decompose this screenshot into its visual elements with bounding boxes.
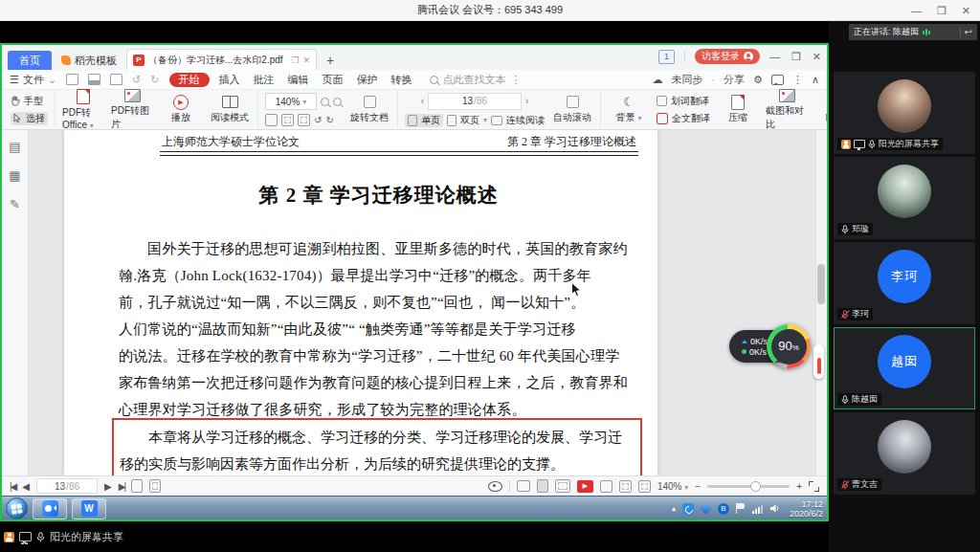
menu-start[interactable]: 开始: [169, 73, 210, 87]
wps-close-button[interactable]: ✕: [813, 51, 821, 63]
full-translate-button[interactable]: 全文翻译: [657, 112, 710, 125]
comment-bubble-icon[interactable]: [771, 75, 784, 85]
minimize-button[interactable]: —: [911, 5, 922, 16]
guest-login-button[interactable]: 访客登录: [695, 49, 760, 64]
scrollbar-thumb[interactable]: [817, 264, 825, 304]
open-icon[interactable]: [66, 74, 78, 85]
read-aloud-button[interactable]: 朗读: [814, 95, 829, 124]
screenshot-compare-button[interactable]: 截图和对比: [766, 88, 808, 131]
fit-page-icon[interactable]: [265, 114, 278, 126]
new-tab-button[interactable]: +: [326, 54, 334, 67]
taskbar-tencent-meeting[interactable]: [33, 498, 67, 519]
video-tutorial-button[interactable]: ▶: [577, 480, 593, 493]
menu-insert[interactable]: 插入: [219, 73, 240, 87]
continuous-read-button[interactable]: 连续阅读: [491, 114, 545, 127]
menu-edit[interactable]: 编辑: [288, 73, 309, 87]
wps-restore-button[interactable]: ❐: [791, 51, 801, 63]
zoom-in-button[interactable]: +: [796, 481, 802, 492]
memory-usage-ball[interactable]: 90%: [767, 324, 811, 368]
file-menu[interactable]: ☰ 文件 ⌄: [10, 73, 56, 87]
fullscreen-icon[interactable]: [809, 481, 819, 492]
save-icon[interactable]: [88, 74, 100, 85]
start-button[interactable]: [6, 497, 28, 519]
zoom-input[interactable]: 140% ▾: [265, 93, 317, 110]
tab-home[interactable]: 首页: [8, 51, 52, 70]
print-icon[interactable]: [110, 74, 122, 85]
compress-button[interactable]: 压缩: [717, 95, 759, 124]
fit-width-icon[interactable]: [281, 114, 294, 126]
fit-page-icon[interactable]: [619, 480, 632, 493]
bookmark-icon[interactable]: [149, 479, 161, 493]
tray-expand-icon[interactable]: ▴: [672, 504, 676, 513]
continuous-view-icon[interactable]: [517, 480, 530, 492]
participant-tile[interactable]: 曹文吉: [834, 412, 975, 495]
security-shield-icon[interactable]: [701, 503, 711, 515]
statusbar-page-input[interactable]: 13 /86: [36, 478, 98, 494]
participant-tile[interactable]: 李珂 李珂: [834, 242, 975, 324]
next-page-icon[interactable]: ›: [525, 96, 528, 106]
hand-tool[interactable]: 手型: [11, 95, 48, 108]
tray-app-icon[interactable]: [682, 503, 694, 515]
last-page-icon[interactable]: ▶|: [119, 481, 124, 492]
zoom-out-button[interactable]: −: [695, 481, 701, 492]
collapse-ribbon-icon[interactable]: ∧: [812, 74, 819, 86]
word-translate-button[interactable]: 划词翻译: [657, 95, 710, 108]
single-page-view-icon[interactable]: [537, 479, 548, 493]
outline-panel-icon[interactable]: ▤: [9, 140, 20, 154]
fit-height-icon[interactable]: [298, 114, 310, 126]
pdf-to-image-button[interactable]: PDF转图片: [111, 88, 153, 131]
background-button[interactable]: ☾ 背景 ▾: [608, 95, 650, 124]
rotate-right-icon[interactable]: ↻: [325, 115, 333, 125]
participant-tile[interactable]: 阳光的屏幕共享: [834, 72, 975, 154]
tab-docer[interactable]: 稻壳模板: [52, 51, 126, 70]
window-count-badge[interactable]: 1: [658, 50, 675, 64]
prev-page-icon[interactable]: ◀: [22, 481, 30, 492]
action-center-icon[interactable]: [736, 503, 746, 514]
tab-document-active[interactable]: P （备份）学习迁移...去水印2.pdf ❐ ✕: [126, 49, 317, 70]
double-page-view-icon[interactable]: [555, 479, 570, 493]
read-mode-button[interactable]: 阅读模式: [209, 95, 251, 124]
close-tab-icon[interactable]: ✕: [302, 55, 310, 65]
bluetooth-icon[interactable]: B: [718, 503, 729, 515]
select-tool[interactable]: 选择: [11, 112, 48, 125]
sync-status[interactable]: 未同步: [671, 73, 702, 87]
single-page-button[interactable]: 单页: [405, 114, 443, 127]
play-button[interactable]: ▶ 播放: [160, 95, 202, 124]
double-page-button[interactable]: 双页 ▾: [447, 114, 487, 127]
share-button[interactable]: 分享: [724, 73, 745, 87]
next-page-icon[interactable]: ▶: [104, 481, 112, 492]
fit-width-icon[interactable]: [638, 480, 651, 493]
pin-tab-icon[interactable]: ❐: [291, 55, 299, 65]
menu-protect[interactable]: 保护: [357, 73, 378, 87]
close-button[interactable]: ✕: [962, 5, 970, 17]
restore-button[interactable]: ❐: [937, 5, 947, 17]
return-arrow-icon[interactable]: ↩: [965, 27, 972, 37]
pdf-to-office-button[interactable]: PDF转Office ▾: [62, 90, 104, 130]
actual-size-icon[interactable]: [600, 480, 612, 493]
taskbar-wps[interactable]: W: [72, 498, 106, 519]
wps-minimize-button[interactable]: —: [769, 51, 780, 63]
kebab-icon[interactable]: ⋮: [792, 74, 803, 86]
eye-protect-icon[interactable]: [488, 481, 502, 492]
auto-scroll-button[interactable]: 自动滚动: [551, 95, 593, 124]
images-panel-icon[interactable]: ▦: [9, 168, 20, 183]
annotate-panel-icon[interactable]: ✎: [10, 197, 20, 211]
participant-tile-speaking[interactable]: 越囡 陈越囡: [834, 327, 975, 409]
document-scrollbar[interactable]: [815, 130, 827, 475]
statusbar-zoom-value[interactable]: 140% ▾: [657, 481, 688, 492]
menu-page[interactable]: 页面: [323, 73, 344, 87]
menu-comment[interactable]: 批注: [254, 73, 275, 87]
network-signal-icon[interactable]: [752, 504, 763, 514]
zoom-in-icon[interactable]: [333, 98, 342, 106]
page-number-input[interactable]: 13 /86: [428, 93, 522, 110]
volume-icon[interactable]: [769, 503, 781, 514]
redo-icon[interactable]: ↻: [150, 74, 159, 86]
zoom-slider[interactable]: [707, 485, 790, 488]
menu-convert[interactable]: 转换: [391, 73, 412, 87]
first-page-icon[interactable]: |◀: [10, 481, 15, 492]
rotate-left-icon[interactable]: ↺: [314, 115, 322, 125]
thumbnail-icon[interactable]: [131, 479, 143, 493]
gear-icon[interactable]: ⚙: [753, 74, 763, 86]
zoom-slider-knob[interactable]: [750, 481, 761, 492]
taskbar-clock[interactable]: 17:12 2020/6/2: [790, 499, 823, 519]
